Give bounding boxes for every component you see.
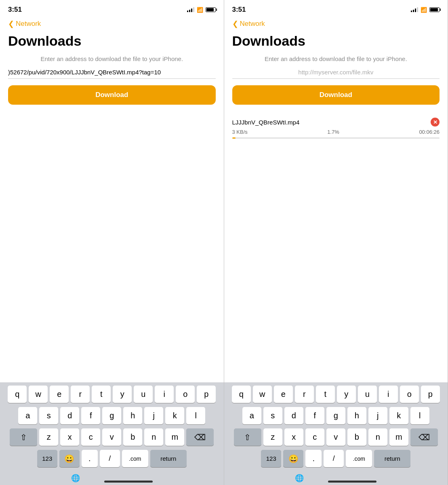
download-percent: 1.7% [327,129,339,135]
key-w-left[interactable]: w [29,386,48,403]
key-u-left[interactable]: u [134,386,153,403]
download-filename: LJJJbnV_QBreSWtI.mp4 [232,119,300,126]
globe-icon-left[interactable]: 🌐 [71,474,80,483]
key-s-left[interactable]: s [39,407,58,424]
battery-icon-left [206,7,216,12]
backspace-key-left[interactable]: ⌫ [186,428,214,446]
signal-icon-left [187,7,194,12]
key-m-right[interactable]: m [389,428,408,446]
key-q-right[interactable]: q [232,386,251,403]
key-s-right[interactable]: s [263,407,282,424]
key-r-left[interactable]: r [71,386,90,403]
download-button-left[interactable]: Download [8,85,216,105]
key-c-left[interactable]: c [81,428,100,446]
key-f-left[interactable]: f [81,407,100,424]
key-y-left[interactable]: y [113,386,132,403]
key-i-left[interactable]: i [155,386,174,403]
key-j-left[interactable]: j [144,407,163,424]
wifi-icon-left: 📶 [197,7,203,13]
key-c-right[interactable]: c [305,428,324,446]
dot-key-left[interactable]: . [82,450,98,467]
url-input-wrap-right [232,69,440,79]
slash-key-right[interactable]: / [324,450,344,467]
key-a-left[interactable]: a [18,407,37,424]
back-chevron-left: ❮ [8,19,14,28]
key-g-left[interactable]: g [102,407,121,424]
key-e-right[interactable]: e [274,386,293,403]
key-o-right[interactable]: o [400,386,419,403]
key-v-left[interactable]: v [102,428,121,446]
key-a-right[interactable]: a [242,407,261,424]
home-indicator-left [104,481,153,483]
key-w-right[interactable]: w [253,386,272,403]
status-bar-left: 3:51 📶 [0,0,224,18]
cancel-download-button[interactable]: ✕ [431,118,440,127]
key-p-left[interactable]: p [197,386,216,403]
keyboard-row-4-left: 123 😀 . / .com return [2,450,222,467]
url-input-left[interactable] [8,69,216,76]
status-icons-right: 📶 [411,7,440,13]
key-p-right[interactable]: p [421,386,440,403]
emoji-key-left[interactable]: 😀 [59,450,80,467]
key-m-left[interactable]: m [165,428,184,446]
key-z-left[interactable]: z [39,428,58,446]
progress-bar-bg [232,137,440,139]
back-button-left[interactable]: ❮ Network [8,19,216,28]
key-j-right[interactable]: j [368,407,387,424]
left-panel: 3:51 📶 ❮ Network Downloads Enter an addr… [0,0,224,485]
backspace-key-right[interactable]: ⌫ [410,428,438,446]
subtitle-right: Enter an address to download the file to… [224,54,448,67]
num-key-left[interactable]: 123 [37,450,57,467]
download-speed: 3 KB/s [232,129,248,135]
back-chevron-right: ❮ [232,19,238,28]
key-l-left[interactable]: l [186,407,205,424]
return-key-left[interactable]: return [150,450,187,467]
key-y-right[interactable]: y [337,386,356,403]
key-z-right[interactable]: z [263,428,282,446]
key-h-left[interactable]: h [123,407,142,424]
dot-key-right[interactable]: . [305,450,322,467]
emoji-key-right[interactable]: 😀 [283,450,303,467]
key-q-left[interactable]: q [8,386,27,403]
key-t-right[interactable]: t [316,386,335,403]
dotcom-key-left[interactable]: .com [122,450,148,467]
url-input-right[interactable] [232,69,440,76]
globe-icon-right[interactable]: 🌐 [295,474,304,483]
nav-bar-right: ❮ Network [224,18,448,32]
key-x-left[interactable]: x [60,428,79,446]
dotcom-key-right[interactable]: .com [346,450,372,467]
key-t-left[interactable]: t [92,386,111,403]
signal-icon-right [411,7,418,12]
key-b-right[interactable]: b [347,428,366,446]
download-button-right[interactable]: Download [232,85,440,105]
key-h-right[interactable]: h [347,407,366,424]
key-r-right[interactable]: r [295,386,314,403]
key-v-right[interactable]: v [326,428,345,446]
status-bar-right: 3:51 📶 [224,0,448,18]
key-d-left[interactable]: d [60,407,79,424]
slash-key-left[interactable]: / [100,450,120,467]
key-k-left[interactable]: k [165,407,184,424]
shift-key-left[interactable]: ⇧ [10,428,37,446]
key-x-right[interactable]: x [284,428,303,446]
download-item: LJJJbnV_QBreSWtI.mp4 ✕ 3 KB/s 1.7% 00:06… [232,114,440,142]
url-input-wrap-left [8,69,216,79]
key-n-right[interactable]: n [368,428,387,446]
back-button-right[interactable]: ❮ Network [232,19,440,28]
key-e-left[interactable]: e [50,386,69,403]
status-icons-left: 📶 [187,7,216,13]
keyboard-row-3-right: ⇧ z x c v b n m ⌫ [226,428,446,446]
return-key-right[interactable]: return [374,450,410,467]
shift-key-right[interactable]: ⇧ [234,428,261,446]
key-n-left[interactable]: n [144,428,163,446]
key-d-right[interactable]: d [284,407,303,424]
key-k-right[interactable]: k [389,407,408,424]
key-g-right[interactable]: g [326,407,345,424]
key-o-left[interactable]: o [176,386,195,403]
key-b-left[interactable]: b [123,428,142,446]
num-key-right[interactable]: 123 [261,450,281,467]
key-l-right[interactable]: l [410,407,429,424]
key-f-right[interactable]: f [305,407,324,424]
key-i-right[interactable]: i [379,386,398,403]
key-u-right[interactable]: u [358,386,377,403]
